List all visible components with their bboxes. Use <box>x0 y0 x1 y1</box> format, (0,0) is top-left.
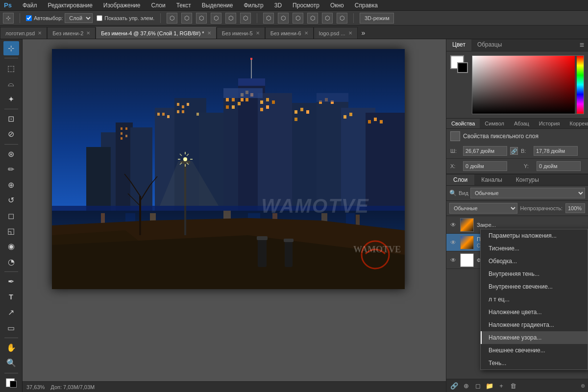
menu-view[interactable]: Просмотр <box>291 1 321 10</box>
height-input[interactable] <box>534 146 578 156</box>
menu-image[interactable]: Изображение <box>101 1 143 10</box>
tab-properties[interactable]: Свойства <box>446 119 480 128</box>
dodge-tool[interactable]: ◔ <box>3 255 19 269</box>
tab-symbol[interactable]: Символ <box>480 119 509 128</box>
layer-visibility-1[interactable]: 👁 <box>449 239 457 246</box>
blend-mode-select[interactable]: Обычные <box>449 203 517 214</box>
layers-search-icon[interactable]: 🔍 <box>449 190 457 196</box>
tab-bezimeni6[interactable]: Без имени-6 ✕ <box>265 27 314 39</box>
width-input[interactable] <box>463 146 507 156</box>
ctx-outer-glow[interactable]: Внешнее свечение... <box>481 344 588 357</box>
type-tool[interactable]: T <box>3 290 19 304</box>
tab-close-4[interactable]: ✕ <box>304 30 308 36</box>
menu-filter[interactable]: Фильтр <box>242 1 265 10</box>
ctx-pattern-overlay[interactable]: Наложение узора... <box>481 331 588 344</box>
dist-h-btn[interactable]: ⬡ <box>278 13 289 24</box>
layer-visibility-0[interactable]: 👁 <box>449 221 457 229</box>
tab-history[interactable]: История <box>534 119 565 128</box>
align-center-btn[interactable]: ⬡ <box>181 13 192 24</box>
shape-tool[interactable]: ▭ <box>3 320 19 335</box>
3d-mode-btn[interactable]: 3D-режим <box>360 13 394 24</box>
gradient-hue-slider[interactable] <box>577 56 584 114</box>
crop-tool[interactable]: ⊡ <box>3 112 19 126</box>
x-input[interactable] <box>463 161 507 171</box>
tab-close-3[interactable]: ✕ <box>256 30 260 36</box>
align-top-btn[interactable]: ⬡ <box>211 13 221 24</box>
eraser-tool[interactable]: ◻ <box>3 208 19 222</box>
new-layer-btn[interactable]: + <box>496 381 506 391</box>
dist-top-btn[interactable]: ⬡ <box>307 13 318 24</box>
tab-correction[interactable]: Коррекция <box>565 119 588 128</box>
dist-left-btn[interactable]: ⬡ <box>263 13 274 24</box>
tab-layers[interactable]: Слои <box>446 174 474 185</box>
pen-tool[interactable]: ✒ <box>3 274 19 289</box>
move-tool-icon[interactable]: ⊹ <box>3 13 14 24</box>
color-panel-menu[interactable]: ≡ <box>576 41 588 49</box>
dist-bottom-btn[interactable]: ⬡ <box>337 13 347 24</box>
ctx-color-overlay[interactable]: Наложение цвета... <box>481 306 588 318</box>
hand-tool[interactable]: ✋ <box>3 341 19 355</box>
ctx-gradient-overlay[interactable]: Наложение градиента... <box>481 318 588 331</box>
layers-filter-select[interactable]: Обычные <box>470 188 585 198</box>
tab-bezimeni5[interactable]: Без имени-5 ✕ <box>217 27 265 39</box>
tab-close-5[interactable]: ✕ <box>348 30 352 36</box>
tab-color[interactable]: Цвет <box>446 39 471 51</box>
history-brush-tool[interactable]: ↺ <box>3 193 19 207</box>
menu-edit[interactable]: Редактирование <box>46 1 94 10</box>
layer-visibility-2[interactable]: 👁 <box>449 256 457 264</box>
add-style-btn[interactable]: ⊕ <box>461 381 471 391</box>
menu-help[interactable]: Справка <box>353 1 380 10</box>
menu-window[interactable]: Окно <box>328 1 346 10</box>
ctx-inner-glow[interactable]: Внутреннее свечение... <box>481 280 588 293</box>
tab-close-0[interactable]: ✕ <box>38 30 42 36</box>
menu-select[interactable]: Выделение <box>200 1 235 10</box>
align-right-btn[interactable]: ⬡ <box>196 13 207 24</box>
tab-bezimeni2[interactable]: Без имени-2 ✕ <box>47 27 96 39</box>
autoselect-checkbox[interactable] <box>26 15 32 21</box>
menu-layers[interactable]: Слои <box>149 1 167 10</box>
clone-tool[interactable]: ⊕ <box>3 177 19 192</box>
layer-select[interactable]: Слой <box>65 13 93 23</box>
tab-paragraph[interactable]: Абзац <box>509 119 534 128</box>
opacity-input[interactable] <box>565 203 585 213</box>
tab-logo[interactable]: logo.psd ... ✕ <box>314 27 358 39</box>
blur-tool[interactable]: ◉ <box>3 239 19 253</box>
new-group-btn[interactable]: 📁 <box>485 381 494 391</box>
background-color[interactable] <box>457 62 468 73</box>
show-transform-checkbox[interactable] <box>97 15 102 21</box>
fg-color-swatch[interactable] <box>3 376 19 390</box>
ctx-stroke[interactable]: Обводка... <box>481 255 588 268</box>
tab-logotip[interactable]: логотип.psd ✕ <box>0 27 47 39</box>
menu-3d[interactable]: 3D <box>272 1 284 10</box>
align-left-btn[interactable]: ⬡ <box>167 13 177 24</box>
zoom-tool[interactable]: 🔍 <box>3 356 19 370</box>
delete-layer-btn[interactable]: 🗑 <box>508 381 518 391</box>
menu-text[interactable]: Текст <box>174 1 193 10</box>
tab-bezimeni4[interactable]: Без имени-4 @ 37,6% (Слой 1, RGB/8#) * ✕ <box>96 27 216 39</box>
ctx-satin[interactable]: л т ец... <box>481 293 588 306</box>
tab-samples[interactable]: Образцы <box>471 39 508 51</box>
tab-close-1[interactable]: ✕ <box>86 30 90 36</box>
ctx-inner-shadow[interactable]: Внутренняя тень... <box>481 268 588 280</box>
tab-close-2[interactable]: ✕ <box>207 30 211 36</box>
move-tool[interactable]: ⊹ <box>3 41 19 55</box>
spot-heal-tool[interactable]: ⊛ <box>3 147 19 161</box>
align-middle-btn[interactable]: ⬡ <box>225 13 236 24</box>
marquee-tool[interactable]: ⬚ <box>3 61 19 75</box>
dist-v-btn[interactable]: ⬡ <box>322 13 333 24</box>
path-select-tool[interactable]: ↗ <box>3 305 19 319</box>
eyedropper-tool[interactable]: ⊘ <box>3 127 19 141</box>
tabs-more-btn[interactable]: » <box>358 27 369 39</box>
ctx-blend-options[interactable]: Параметры наложения... <box>481 229 588 242</box>
lasso-tool[interactable]: ⌓ <box>3 76 19 91</box>
ctx-emboss[interactable]: Тиснение... <box>481 242 588 255</box>
align-bottom-btn[interactable]: ⬡ <box>240 13 251 24</box>
menu-file[interactable]: Файл <box>21 1 39 10</box>
dist-right-btn[interactable]: ⬡ <box>293 13 303 24</box>
link-icon[interactable]: 🔗 <box>510 147 518 155</box>
tab-channels[interactable]: Каналы <box>474 174 509 185</box>
y-input[interactable] <box>537 161 581 171</box>
gradient-tool[interactable]: ◱ <box>3 224 19 238</box>
ctx-drop-shadow[interactable]: Тень... <box>481 357 588 369</box>
color-gradient-picker[interactable] <box>472 55 584 114</box>
